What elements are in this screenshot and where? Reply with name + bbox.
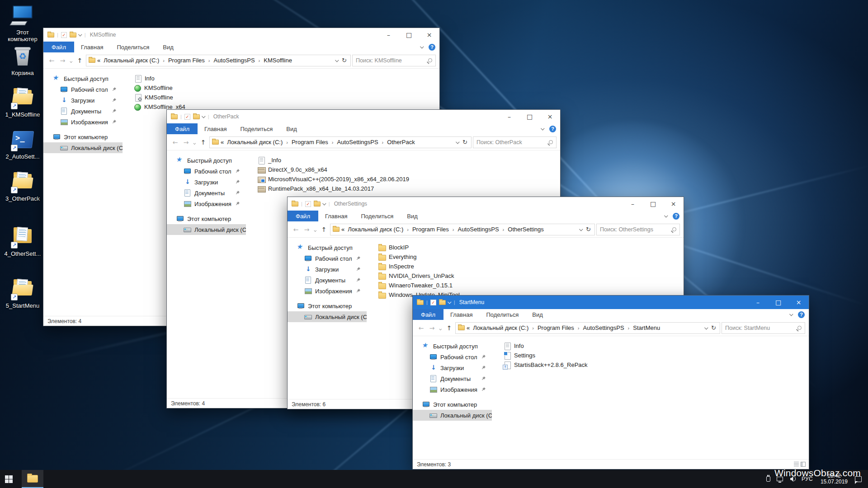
- recent-locations-icon[interactable]: [192, 139, 197, 146]
- address-dropdown-icon[interactable]: [335, 58, 339, 62]
- breadcrumb-segment[interactable]: AutoSettingsPS: [457, 226, 500, 233]
- breadcrumb-segment[interactable]: Локальный диск (C:): [472, 324, 530, 331]
- file-item[interactable]: _Info: [258, 155, 560, 165]
- tab-share[interactable]: Поделиться: [479, 309, 525, 320]
- sidebar-item-quick-access[interactable]: Быстрый доступ: [167, 155, 246, 166]
- tab-share[interactable]: Поделиться: [110, 42, 156, 52]
- titlebar[interactable]: | | OtherSettings – □ ×: [288, 197, 684, 211]
- titlebar[interactable]: | | KMSoffline – □ ×: [43, 28, 439, 42]
- file-item[interactable]: DirectX_9.0c_x86_x64: [258, 165, 560, 174]
- close-button[interactable]: ×: [540, 110, 560, 123]
- tab-share[interactable]: Поделиться: [354, 211, 400, 221]
- tab-share[interactable]: Поделиться: [233, 123, 279, 134]
- forward-button[interactable]: →: [58, 57, 67, 64]
- folder-icon[interactable]: [171, 114, 178, 119]
- file-item[interactable]: MicrosoftVisualC++(2005-2019)_x86_x64_28…: [258, 174, 560, 184]
- folder-icon[interactable]: [417, 300, 424, 305]
- view-details-button[interactable]: [794, 462, 799, 467]
- ribbon-collapse-icon[interactable]: [789, 312, 793, 316]
- properties-icon[interactable]: [184, 114, 190, 120]
- address-dropdown-icon[interactable]: [579, 227, 583, 231]
- sidebar-item-quick-access[interactable]: Быстрый доступ: [413, 341, 492, 352]
- breadcrumb-overflow[interactable]: «: [220, 139, 224, 145]
- new-folder-icon[interactable]: [193, 114, 200, 119]
- file-item[interactable]: WinaeroTweaker_0.15.1: [378, 281, 684, 290]
- sidebar-item-documents[interactable]: Документы: [43, 106, 123, 117]
- sidebar-item-pictures[interactable]: Изображения: [413, 384, 492, 395]
- file-item[interactable]: StartisBack++2.8.6_RePack: [504, 360, 809, 370]
- close-button[interactable]: ×: [419, 28, 439, 42]
- usb-tray-icon[interactable]: [762, 470, 774, 488]
- up-button[interactable]: ↑: [198, 139, 208, 146]
- address-bar[interactable]: « Локальный диск (C:) Program Files Auto…: [330, 224, 595, 235]
- breadcrumb-overflow[interactable]: «: [341, 226, 345, 233]
- breadcrumb-segment[interactable]: AutoSettingsPS: [582, 324, 626, 331]
- new-folder-icon[interactable]: [439, 300, 446, 305]
- qat-dropdown-icon[interactable]: [448, 300, 451, 304]
- help-icon[interactable]: [549, 126, 556, 132]
- ribbon-collapse-icon[interactable]: [664, 214, 668, 217]
- sidebar-item-pictures[interactable]: Изображения: [167, 198, 246, 209]
- tab-view[interactable]: Вид: [156, 42, 180, 52]
- close-button[interactable]: ×: [788, 296, 809, 309]
- help-icon[interactable]: [673, 213, 679, 220]
- breadcrumb-segment[interactable]: AutoSettingsPS: [212, 57, 256, 64]
- minimize-button[interactable]: –: [378, 28, 399, 42]
- desktop-icon-4-othersett[interactable]: 4_OtherSett...: [1, 226, 44, 257]
- sidebar-item-documents[interactable]: Документы: [288, 275, 367, 286]
- search-input[interactable]: Поиск: OtherPack: [473, 136, 557, 148]
- tab-file[interactable]: Файл: [413, 309, 443, 320]
- desktop-icon-3-otherpack[interactable]: 3_OtherPack: [1, 171, 44, 202]
- refresh-button[interactable]: [711, 324, 716, 331]
- taskbar-file-explorer-button[interactable]: [22, 470, 43, 488]
- up-button[interactable]: ↑: [319, 226, 329, 233]
- sidebar-item-local-disk-c[interactable]: Локальный диск (C:): [167, 224, 246, 235]
- tab-home[interactable]: Главная: [198, 123, 233, 134]
- minimize-button[interactable]: –: [748, 296, 768, 309]
- back-button[interactable]: ←: [291, 226, 301, 233]
- back-button[interactable]: ←: [416, 324, 426, 332]
- sidebar-item-downloads[interactable]: Загрузки: [288, 264, 367, 275]
- file-item[interactable]: KMSoffline: [134, 93, 439, 102]
- file-item[interactable]: KMSoffline: [134, 83, 439, 93]
- search-input[interactable]: Поиск: KMSoffline: [352, 55, 436, 66]
- recent-locations-icon[interactable]: [438, 324, 443, 332]
- breadcrumb-segment[interactable]: Локальный диск (C:): [102, 57, 160, 64]
- sidebar-item-desktop[interactable]: Рабочий стол: [413, 352, 492, 362]
- address-dropdown-icon[interactable]: [456, 140, 459, 144]
- refresh-button[interactable]: [342, 57, 347, 64]
- file-item[interactable]: BlockIP: [378, 243, 684, 252]
- minimize-button[interactable]: –: [623, 197, 643, 211]
- close-button[interactable]: ×: [663, 197, 684, 211]
- sidebar-item-downloads[interactable]: Загрузки: [43, 95, 123, 106]
- view-icons-button[interactable]: [801, 462, 806, 467]
- breadcrumb-segment[interactable]: KMSoffline: [262, 57, 293, 64]
- sidebar-item-downloads[interactable]: Загрузки: [413, 362, 492, 373]
- sidebar-item-desktop[interactable]: Рабочий стол: [43, 84, 123, 95]
- back-button[interactable]: ←: [170, 139, 180, 146]
- qat-dropdown-icon[interactable]: [322, 202, 326, 205]
- sidebar-item-this-pc[interactable]: Этот компьютер: [167, 213, 246, 224]
- breadcrumb-segment[interactable]: AutoSettingsPS: [336, 139, 380, 145]
- sidebar-item-local-disk-c[interactable]: Локальный диск (C:): [413, 410, 492, 421]
- desktop-icon-this-pc[interactable]: Этот компьютер: [1, 5, 44, 42]
- ribbon-collapse-icon[interactable]: [541, 127, 544, 130]
- refresh-button[interactable]: [586, 226, 591, 233]
- maximize-button[interactable]: □: [399, 28, 419, 42]
- recent-locations-icon[interactable]: [313, 226, 318, 233]
- qat-dropdown-icon[interactable]: [78, 33, 82, 36]
- address-bar[interactable]: « Локальный диск (C:) Program Files Auto…: [86, 55, 351, 66]
- breadcrumb-segment[interactable]: Локальный диск (C:): [226, 139, 284, 145]
- tab-home[interactable]: Главная: [443, 309, 479, 320]
- desktop-icon-1-kmsoffline[interactable]: 1_KMSoffline: [1, 87, 44, 118]
- breadcrumb-segment[interactable]: StartMenu: [632, 324, 661, 331]
- up-button[interactable]: ↑: [444, 324, 454, 332]
- sidebar-item-this-pc[interactable]: Этот компьютер: [43, 131, 123, 142]
- breadcrumb-segment[interactable]: Локальный диск (C:): [346, 226, 405, 233]
- file-item[interactable]: InSpectre: [378, 262, 684, 271]
- tab-view[interactable]: Вид: [525, 309, 550, 320]
- back-button[interactable]: ←: [47, 57, 57, 64]
- minimize-button[interactable]: –: [499, 110, 519, 123]
- folder-icon[interactable]: [292, 202, 298, 206]
- address-bar[interactable]: « Локальный диск (C:) Program Files Auto…: [209, 136, 472, 148]
